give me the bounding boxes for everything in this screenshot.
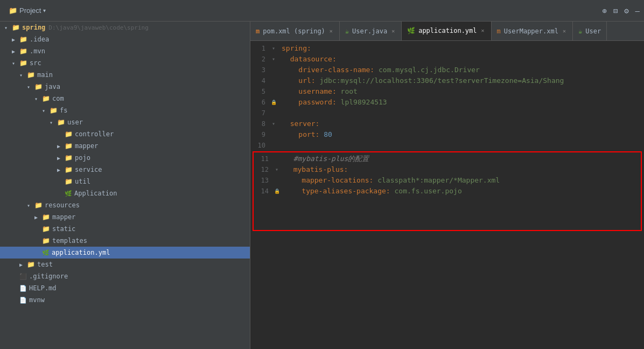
templates-folder-icon: 📁	[42, 237, 50, 245]
sidebar-item-gitignore[interactable]: ⬛ .gitignore	[0, 270, 250, 282]
user-folder-icon: 📁	[57, 118, 65, 126]
sidebar-item-mvn[interactable]: ▶ 📁 .mvn	[0, 45, 250, 57]
mapper-folder-icon: 📁	[65, 142, 73, 150]
sidebar-item-com[interactable]: ▾ 📁 com	[0, 93, 250, 104]
sidebar-item-src[interactable]: ▾ 📁 src	[0, 57, 250, 69]
line-content-3: driver-class-name: com.mysql.cj.jdbc.Dri…	[277, 65, 644, 75]
sidebar-item-resources[interactable]: ▾ 📁 resources	[0, 199, 250, 211]
sidebar-item-application[interactable]: 🌿 Application	[0, 187, 250, 199]
fs-folder-icon: 📁	[50, 107, 58, 114]
sidebar-root[interactable]: ▾ 📁 spring D:\java9\javaweb\code\spring	[0, 22, 250, 33]
mapper-arrow: ▶	[57, 143, 65, 149]
split-icon[interactable]: ⊟	[613, 6, 618, 15]
sidebar-item-pojo[interactable]: ▶ 📁 pojo	[0, 152, 250, 164]
user-label: user	[67, 118, 83, 126]
sidebar-item-mapper[interactable]: ▶ 📁 mapper	[0, 140, 250, 152]
pom-tab-icon: m	[256, 27, 260, 35]
tabs-bar: m pom.xml (spring) ✕ ☕ User.java ✕ 🌿 app…	[250, 22, 644, 41]
static-folder-icon: 📁	[42, 225, 50, 233]
tab-user2[interactable]: ☕ User	[573, 22, 607, 41]
pom-tab-close[interactable]: ✕	[328, 28, 334, 34]
highlighted-block: 11 #mybatis-plus的配置 12 ▾ mybatis-plus: 1…	[253, 151, 642, 231]
idea-folder-icon: 📁	[19, 36, 27, 43]
line-content-6: password: lpl98924513	[277, 97, 644, 108]
toolbar-icons: ⊕ ⊟ ⚙ —	[602, 6, 640, 15]
sidebar-item-appyml[interactable]: 🌿 application.yml	[0, 247, 250, 259]
folder-icon: 📁	[9, 6, 17, 15]
code-line-9: 9 port: 80	[250, 129, 644, 140]
project-button[interactable]: 📁 Project ▾	[4, 4, 50, 17]
user2-tab-icon: ☕	[578, 27, 582, 35]
resources-folder-icon: 📁	[34, 201, 43, 209]
sidebar-item-idea[interactable]: ▶ 📁 .idea	[0, 33, 250, 45]
sidebar-item-test[interactable]: ▶ 📁 test	[0, 259, 250, 270]
test-label: test	[37, 261, 53, 268]
tab-usermapper[interactable]: m UserMapper.xml ✕	[492, 22, 573, 41]
main-folder-icon: 📁	[27, 71, 35, 79]
sidebar-item-java[interactable]: ▾ 📁 java	[0, 81, 250, 93]
settings-icon[interactable]: ⚙	[624, 6, 628, 15]
usermapper-tab-label: UserMapper.xml	[504, 27, 558, 35]
sidebar-item-util[interactable]: 📁 util	[0, 176, 250, 187]
sidebar: ▾ 📁 spring D:\java9\javaweb\code\spring …	[0, 22, 250, 349]
sidebar-item-res-mapper[interactable]: ▶ 📁 mapper	[0, 211, 250, 223]
sidebar-item-controller[interactable]: 📁 controller	[0, 128, 250, 140]
line-num-5: 5	[250, 86, 270, 97]
sidebar-item-service[interactable]: ▶ 📁 service	[0, 164, 250, 176]
mvn-label: .mvn	[30, 47, 45, 55]
com-label: com	[52, 95, 64, 102]
util-label: util	[75, 178, 90, 185]
sidebar-item-helpmd[interactable]: 📄 HELP.md	[0, 282, 250, 294]
application-label: Application	[74, 190, 117, 197]
line-content-9: port: 80	[277, 129, 644, 140]
line-num-8: 8	[250, 118, 270, 129]
tab-user[interactable]: ☕ User.java ✕	[340, 22, 402, 41]
resources-label: resources	[45, 201, 80, 209]
code-line-5: 5 username: root	[250, 86, 644, 97]
sidebar-item-user[interactable]: ▾ 📁 user	[0, 116, 250, 128]
line-content-5: username: root	[277, 86, 644, 97]
sidebar-item-fs[interactable]: ▾ 📁 fs	[0, 104, 250, 116]
tab-pom[interactable]: m pom.xml (spring) ✕	[250, 22, 340, 41]
src-label: src	[30, 59, 41, 67]
tab-appyml[interactable]: 🌿 application.yml ✕	[402, 22, 491, 41]
sidebar-item-main[interactable]: ▾ 📁 main	[0, 69, 250, 81]
line-num-1: 1	[250, 43, 270, 54]
com-folder-icon: 📁	[42, 95, 50, 102]
usermapper-tab-close[interactable]: ✕	[562, 28, 567, 34]
earth-icon[interactable]: ⊕	[602, 6, 606, 15]
mvnw-icon: 📄	[19, 297, 27, 304]
resources-arrow: ▾	[27, 203, 34, 208]
appyml-label: application.yml	[52, 249, 110, 256]
test-folder-icon: 📁	[27, 261, 35, 268]
sidebar-item-static[interactable]: 📁 static	[0, 223, 250, 235]
user-tab-close[interactable]: ✕	[390, 28, 396, 34]
main-layout: ▾ 📁 spring D:\java9\javaweb\code\spring …	[0, 22, 644, 349]
fold-14[interactable]: 🔒	[273, 186, 281, 197]
line-content-4: url: jdbc:mysql://localhost:3306/test?se…	[277, 75, 644, 86]
fold-12[interactable]: ▾	[273, 164, 281, 175]
line-num-4: 4	[250, 75, 270, 86]
src-folder-icon: 📁	[19, 59, 27, 67]
controller-label: controller	[75, 130, 114, 138]
code-editor[interactable]: 1 ▾ spring: 2 ▾ datasource: 3 driver-cla…	[250, 41, 644, 349]
fold-8[interactable]: ▾	[270, 118, 277, 129]
minimize-icon[interactable]: —	[635, 6, 640, 15]
fs-label: fs	[60, 107, 67, 114]
line-num-7: 7	[250, 108, 270, 118]
sidebar-item-mvnw[interactable]: 📄 mvnw	[0, 294, 250, 306]
top-bar: 📁 Project ▾ ⊕ ⊟ ⚙ —	[0, 0, 644, 22]
appyml-tab-close[interactable]: ✕	[480, 27, 486, 33]
fold-1[interactable]: ▾	[270, 43, 277, 54]
app-spring-icon: 🌿	[65, 190, 72, 197]
sidebar-item-templates[interactable]: 📁 templates	[0, 235, 250, 247]
code-line-14: 14 🔒 type-aliases-package: com.fs.user.p…	[254, 186, 641, 197]
fold-2[interactable]: ▾	[270, 54, 277, 65]
line-num-10: 10	[250, 140, 270, 151]
root-folder-icon: 📁	[12, 24, 20, 31]
res-mapper-folder-icon: 📁	[42, 213, 50, 221]
fold-6[interactable]: 🔒	[270, 97, 277, 108]
util-folder-icon: 📁	[65, 178, 73, 185]
dropdown-arrow: ▾	[43, 8, 46, 13]
templates-label: templates	[52, 237, 87, 245]
